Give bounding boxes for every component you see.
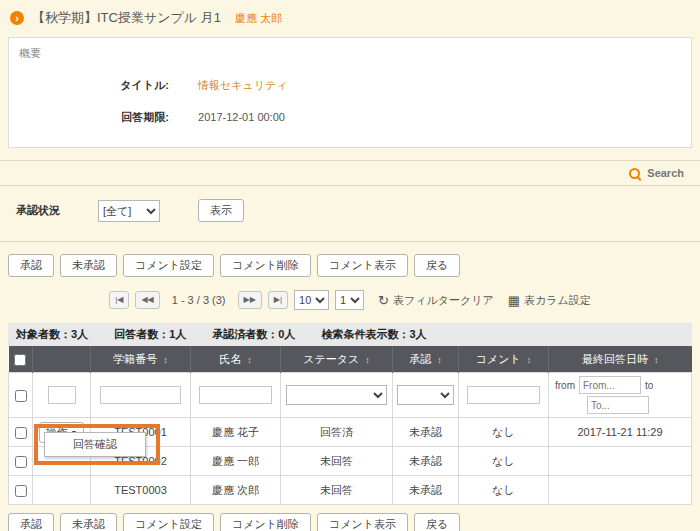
page-header: › 【秋学期】ITC授業サンプル 月1 慶應 太郎 [0, 0, 700, 33]
column-name[interactable]: 氏名↕ [191, 346, 281, 373]
results-table-wrap: 学籍番号↕ 氏名↕ ステータス↕ 承認↕ コメント↕ 最終回答日時↕ from … [8, 346, 692, 505]
cell-last-answer [549, 447, 692, 476]
approval-status-label: 承認状況 [16, 203, 60, 218]
row-op-cell [33, 476, 91, 505]
refresh-icon: ↻ [378, 293, 389, 308]
row-checkbox[interactable] [15, 456, 27, 468]
filter-status-cell [281, 373, 393, 418]
filter-row: from to [9, 373, 692, 418]
select-all-cell [9, 346, 33, 373]
comment-set-button-bottom[interactable]: コメント設定 [123, 513, 214, 531]
from-label: from [555, 380, 575, 391]
cell-approval: 未承認 [393, 447, 459, 476]
approval-filter-row: 承認状況 [全て] 表示 [0, 186, 700, 241]
show-button[interactable]: 表示 [198, 199, 244, 222]
prev-page-button[interactable]: ◀◀ [135, 291, 159, 309]
table-filter-clear-label: 表フィルタークリア [393, 293, 494, 308]
sort-icon: ↕ [365, 355, 370, 365]
filter-op-box [48, 386, 76, 404]
approve-button-bottom[interactable]: 承認 [8, 513, 54, 531]
back-button-bottom[interactable]: 戻る [414, 513, 460, 531]
operation-column-header [33, 346, 91, 373]
first-page-button[interactable]: |◀ [109, 291, 129, 309]
search-result-count: 検索条件表示数：3人 [321, 327, 426, 342]
cell-comment: なし [459, 476, 549, 505]
cell-student-id: TEST0003 [91, 476, 191, 505]
filter-date-cell: from to [549, 373, 692, 418]
table-filter-clear-button[interactable]: ↻ 表フィルタークリア [378, 293, 494, 308]
cell-name: 慶應 一郎 [191, 447, 281, 476]
operation-dropdown-menu: 回答確認 [44, 432, 146, 457]
row-checkbox[interactable] [15, 485, 27, 497]
column-comment[interactable]: コメント↕ [459, 346, 549, 373]
table-header-row: 学籍番号↕ 氏名↕ ステータス↕ 承認↕ コメント↕ 最終回答日時↕ [9, 346, 692, 373]
search-toggle[interactable]: Search [0, 161, 700, 186]
column-student-id[interactable]: 学籍番号↕ [91, 346, 191, 373]
filter-check-cell [9, 373, 33, 418]
cell-approval: 未承認 [393, 476, 459, 505]
deadline-value: 2017-12-01 00:00 [198, 111, 285, 123]
cell-status: 未回答 [281, 476, 393, 505]
approved-count: 承認済者数：0人 [212, 327, 295, 342]
status-filter-select[interactable] [286, 385, 388, 405]
page-number-select[interactable]: 1 [335, 290, 364, 310]
approve-button-top[interactable]: 承認 [8, 254, 54, 277]
cell-status: 回答済 [281, 418, 393, 447]
comment-delete-button-top[interactable]: コメント削除 [220, 254, 311, 277]
table-column-settings-label: 表カラム設定 [524, 293, 591, 308]
title-field-row: タイトル: 情報セキュリティ [19, 78, 681, 93]
date-from-input[interactable] [579, 376, 641, 394]
name-filter-input[interactable] [199, 386, 271, 404]
comment-set-button-top[interactable]: コメント設定 [123, 254, 214, 277]
approval-status-select[interactable]: [全て] [98, 200, 160, 222]
title-label: タイトル: [19, 78, 169, 93]
page-range-text: 1 - 3 / 3 (3) [172, 294, 226, 306]
cell-name: 慶應 次郎 [191, 476, 281, 505]
target-count: 対象者数：3人 [16, 327, 88, 342]
filter-student-id-cell [91, 373, 191, 418]
row-check-cell [9, 476, 33, 505]
select-all-checkbox[interactable] [14, 354, 26, 366]
bottom-actions-row: 承認 未承認 コメント設定 コメント削除 コメント表示 戻る [8, 513, 692, 531]
summary-bar: 対象者数：3人 回答者数：1人 承認済者数：0人 検索条件表示数：3人 [8, 323, 692, 346]
comment-delete-button-bottom[interactable]: コメント削除 [220, 513, 311, 531]
table-column-settings-button[interactable]: ▦ 表カラム設定 [508, 293, 591, 308]
date-to-input[interactable] [587, 396, 649, 414]
column-approval[interactable]: 承認↕ [393, 346, 459, 373]
cell-last-answer [549, 476, 692, 505]
search-section: Search 承認状況 [全て] 表示 [0, 160, 700, 242]
cell-approval: 未承認 [393, 418, 459, 447]
student-id-filter-input[interactable] [100, 386, 181, 404]
comment-filter-input[interactable] [467, 386, 539, 404]
column-last-answer[interactable]: 最終回答日時↕ [549, 346, 692, 373]
last-page-button[interactable]: ▶| [268, 291, 288, 309]
sort-icon: ↕ [437, 355, 442, 365]
overview-panel-label: 概要 [19, 46, 681, 61]
approval-filter-select[interactable] [397, 385, 455, 405]
grid-icon: ▦ [508, 293, 520, 308]
sort-icon: ↕ [163, 355, 168, 365]
search-label: Search [647, 167, 684, 179]
sort-icon: ↕ [654, 355, 659, 365]
row-checkbox[interactable] [15, 427, 27, 439]
next-page-button[interactable]: ▶▶ [238, 291, 262, 309]
page-size-select[interactable]: 10 [294, 290, 329, 310]
answer-confirm-menu-item[interactable]: 回答確認 [45, 433, 145, 456]
user-link[interactable]: 慶應 太郎 [235, 11, 282, 26]
comment-show-button-bottom[interactable]: コメント表示 [317, 513, 408, 531]
unapprove-button-bottom[interactable]: 未承認 [60, 513, 117, 531]
unapprove-button-top[interactable]: 未承認 [60, 254, 117, 277]
title-value: 情報セキュリティ [198, 79, 288, 91]
to-label: to [645, 380, 653, 391]
column-status[interactable]: ステータス↕ [281, 346, 393, 373]
filter-approval-cell [393, 373, 459, 418]
pagination-bar: |◀ ◀◀ 1 - 3 / 3 (3) ▶▶ ▶| 10 1 ↻ 表フィルターク… [0, 290, 700, 310]
overview-panel: 概要 タイトル: 情報セキュリティ 回答期限: 2017-12-01 00:00 [8, 37, 692, 148]
results-table: 学籍番号↕ 氏名↕ ステータス↕ 承認↕ コメント↕ 最終回答日時↕ from … [8, 346, 692, 505]
back-button-top[interactable]: 戻る [414, 254, 460, 277]
comment-show-button-top[interactable]: コメント表示 [317, 254, 408, 277]
filter-row-checkbox[interactable] [15, 390, 27, 402]
orange-arrow-icon: › [10, 11, 24, 25]
page-title: 【秋学期】ITC授業サンプル 月1 [32, 9, 221, 27]
filter-comment-cell [459, 373, 549, 418]
